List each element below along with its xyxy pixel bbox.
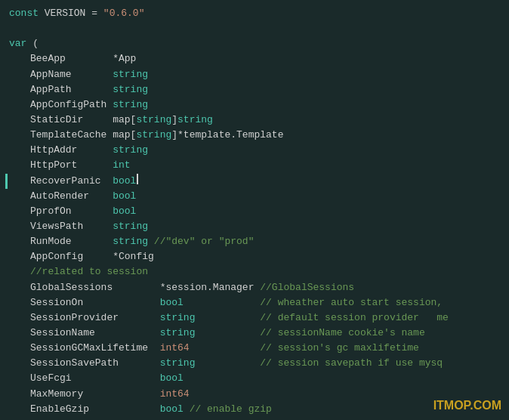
code-token: int64 — [160, 341, 190, 356]
code-token: string — [113, 219, 148, 234]
code-token: // sessionName cookie's name — [195, 326, 424, 341]
code-token: var — [9, 36, 26, 51]
code-token: SessionOn — [30, 295, 160, 310]
code-token: ] — [171, 113, 177, 128]
code-content: const VERSION = "0.6.0" var (BeeApp *App… — [9, 6, 500, 420]
code-token: *Config — [113, 249, 154, 264]
code-editor: const VERSION = "0.6.0" var (BeeApp *App… — [0, 0, 509, 420]
code-line: AppConfig *Config — [9, 249, 500, 264]
code-token: map[ — [113, 128, 136, 143]
code-token: map[ — [113, 113, 136, 128]
code-token: SessionSavePath — [30, 356, 160, 371]
code-token: TemplateCache — [30, 128, 113, 143]
code-token: string — [113, 143, 148, 158]
code-token: // enable gzip — [184, 402, 272, 417]
code-line: SessionSavePath string // session savepa… — [9, 356, 500, 371]
code-line: AppName string — [9, 67, 500, 82]
code-token: PprofOn — [30, 204, 113, 219]
code-token: string — [177, 113, 213, 128]
code-line: SessionOn bool // wheather auto start se… — [9, 295, 500, 310]
code-line: HttpPort int — [9, 158, 500, 173]
code-line: PprofOn bool — [9, 204, 500, 219]
code-token: //"dev" or "prod" — [148, 234, 254, 249]
code-line — [9, 21, 500, 36]
code-token: VERSION = — [39, 6, 103, 21]
code-token: bool — [113, 174, 136, 189]
code-token: BeeApp — [30, 51, 113, 66]
code-line: RecoverPanic bool — [5, 174, 500, 189]
code-token: ( — [26, 36, 39, 51]
code-token: string — [113, 67, 148, 82]
code-token: UseFcgi — [30, 371, 160, 386]
code-token: //GlobalSessions — [254, 280, 354, 295]
code-line: GlobalSessions *session.Manager //Global… — [9, 280, 500, 295]
code-line: RunMode string //"dev" or "prod" — [9, 234, 500, 249]
code-line: SessionGCMaxLifetime int64 // session's … — [9, 341, 500, 356]
code-line: var ( — [9, 36, 500, 51]
code-token: StaticDir — [30, 113, 113, 128]
code-token: MaxMemory — [30, 387, 160, 402]
code-token: *session.Manager — [160, 280, 254, 295]
code-token: // session savepath if use mysq — [195, 356, 443, 371]
code-token: string — [136, 113, 171, 128]
code-token: string — [136, 128, 171, 143]
code-token: int — [113, 158, 130, 173]
code-line: TemplateCache map[string]*template.Templ… — [9, 128, 500, 143]
code-token: RecoverPanic — [30, 174, 113, 189]
code-line: AutoRender bool — [9, 189, 500, 204]
code-token: AppConfigPath — [30, 97, 113, 113]
code-line: ViewsPath string — [9, 219, 500, 234]
code-token: EnableGzip — [30, 402, 160, 417]
code-token: string — [113, 234, 148, 249]
code-line: AppConfigPath string — [9, 97, 500, 113]
code-token: // wheather auto start session, — [184, 295, 443, 310]
code-token: *App — [113, 51, 136, 66]
code-line: const VERSION = "0.6.0" — [9, 6, 500, 21]
code-token: AppConfig — [30, 249, 113, 264]
code-token: string — [160, 326, 196, 341]
code-token: string — [113, 97, 148, 113]
text-cursor — [137, 174, 138, 184]
code-token: bool — [160, 371, 184, 386]
code-token: ViewsPath — [30, 219, 113, 234]
code-line: SessionName string // sessionName cookie… — [9, 326, 500, 341]
code-token: AutoRender — [30, 189, 113, 204]
code-token: AppPath — [30, 82, 113, 97]
code-token: HttpPort — [30, 158, 113, 173]
code-line: AppPath string — [9, 82, 500, 97]
code-line: StaticDir map[string]string — [9, 113, 500, 128]
code-token: SessionName — [30, 326, 160, 341]
code-line — [9, 417, 500, 420]
code-token: string — [160, 356, 196, 371]
code-token: bool — [113, 189, 136, 204]
code-line: //related to session — [9, 264, 500, 279]
code-token: "0.6.0" — [103, 6, 145, 21]
code-token: AppName — [30, 67, 113, 82]
code-line: SessionProvider string // default sessio… — [9, 310, 500, 326]
watermark: ITMOP.COM — [433, 399, 501, 412]
code-token: ]*template.Template — [171, 128, 283, 143]
code-token: HttpAddr — [30, 143, 113, 158]
code-token: bool — [160, 295, 184, 310]
code-token: SessionGCMaxLifetime — [30, 341, 160, 356]
code-line: UseFcgi bool — [9, 371, 500, 386]
code-token: bool — [113, 204, 136, 219]
code-line: MaxMemory int64 — [9, 387, 500, 402]
code-token: GlobalSessions — [30, 280, 160, 295]
code-token: string — [160, 310, 196, 326]
code-token: //related to session — [30, 264, 148, 279]
code-token: string — [113, 82, 148, 97]
code-token: // session's gc maxlifetime — [190, 341, 419, 356]
code-token: // default session provider me — [195, 310, 448, 326]
code-token: SessionProvider — [30, 310, 160, 326]
code-token: const — [9, 6, 39, 21]
code-token: int64 — [160, 387, 190, 402]
code-token: RunMode — [30, 234, 113, 249]
code-token: bool — [160, 402, 184, 417]
code-line: EnableGzip bool // enable gzip — [9, 402, 500, 417]
code-line: BeeApp *App — [9, 51, 500, 66]
code-line: HttpAddr string — [9, 143, 500, 158]
